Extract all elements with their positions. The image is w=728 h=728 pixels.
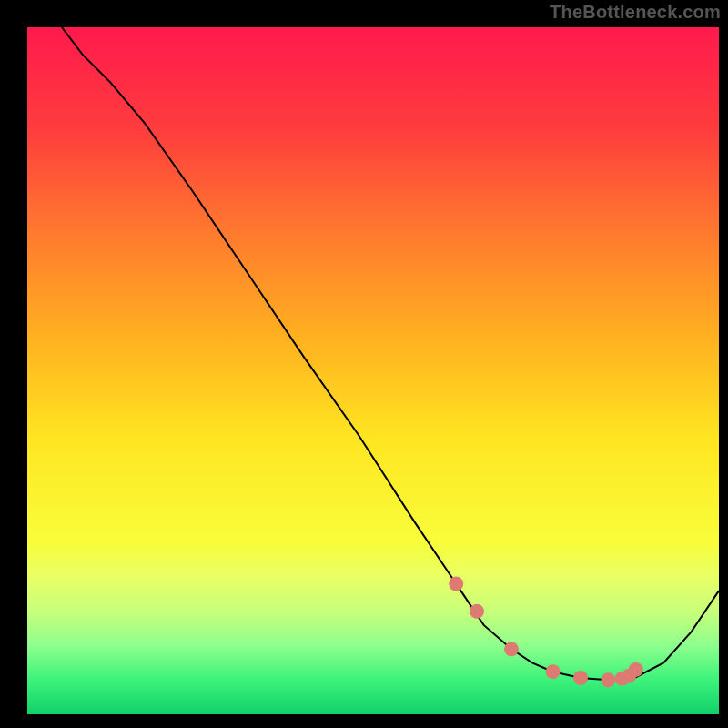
highlight-marker [601,672,615,687]
chart-stage [0,0,728,728]
gradient-background [27,27,719,714]
highlight-marker [629,662,643,677]
highlight-marker [504,642,519,656]
highlight-marker [470,604,484,619]
highlight-marker [546,664,561,679]
highlight-marker [449,577,463,592]
bottleneck-chart [0,0,728,728]
watermark-text: TheBottleneck.com [550,2,721,23]
highlight-marker [573,671,588,685]
